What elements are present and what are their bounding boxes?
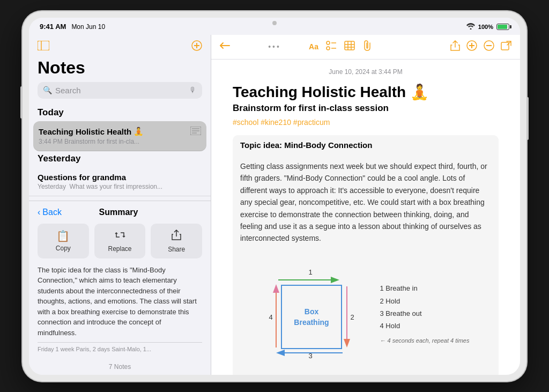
action-buttons: 📋 Copy [38, 224, 202, 258]
breathing-note: ← 4 seconds each, repeat 4 times [380, 336, 470, 346]
breathing-diagram: 1 2 3 [233, 258, 499, 370]
summary-text: The topic idea for the class is "Mind-Bo… [38, 265, 202, 338]
share-toolbar-icon[interactable] [450, 40, 460, 54]
search-placeholder: Search [55, 86, 186, 95]
svg-point-0 [470, 28, 471, 29]
table-icon[interactable] [344, 41, 355, 53]
sidebar-toggle-icon[interactable] [38, 41, 49, 53]
svg-rect-14 [345, 41, 354, 50]
note-body-paragraph: Getting class assignments next week but … [233, 160, 499, 250]
chevron-left-icon: ‹ [38, 208, 40, 217]
share-button[interactable]: Share [151, 224, 202, 258]
summary-nav: ‹ Back Summary [38, 208, 202, 217]
svg-point-11 [327, 47, 330, 50]
summary-panel: ‹ Back Summary 📋 Copy [29, 201, 211, 359]
step-2: 2 Hold [380, 295, 470, 307]
battery-percent: 100% [478, 24, 493, 30]
minus-circle-icon[interactable] [484, 40, 494, 54]
svg-text:1: 1 [308, 268, 312, 276]
svg-text:2: 2 [350, 313, 354, 321]
notes-title: Notes [29, 58, 211, 82]
note-meta-teaching: 3:44 PM Brainstorm for first in-cla... [39, 138, 201, 145]
back-button[interactable]: ‹ Back [38, 208, 62, 217]
step-3: 3 Breathe out [380, 307, 470, 320]
wifi-icon [466, 23, 475, 31]
attachment-icon[interactable] [362, 40, 372, 54]
svg-point-10 [327, 41, 330, 45]
mic-icon: 🎙 [189, 86, 197, 94]
breathing-steps: 1 Breathe in 2 Hold 3 Breathe out 4 Hold… [380, 282, 470, 346]
svg-rect-24 [501, 42, 509, 50]
external-link-icon[interactable] [501, 41, 511, 53]
detail-content[interactable]: June 10, 2024 at 3:44 PM Teaching Holist… [211, 60, 520, 375]
search-bar[interactable]: 🔍 Search 🎙 [38, 82, 202, 99]
camera-dot [272, 21, 277, 25]
note-date: June 10, 2024 at 3:44 PM [233, 68, 499, 76]
note-item-grandma[interactable]: Questions for grandma Yesterday What was… [29, 167, 211, 196]
svg-text:4: 4 [269, 313, 272, 321]
add-circle-icon[interactable] [466, 40, 477, 54]
ipad-frame: 9:41 AM Mon Jun 10 100% [23, 11, 526, 381]
replace-icon [114, 230, 126, 243]
svg-text:Box: Box [304, 307, 318, 316]
compose-icon[interactable] [191, 40, 202, 54]
note-title-teaching: Teaching Holistic Health 🧘 [39, 127, 201, 137]
back-arrow-icon[interactable] [220, 41, 231, 53]
copy-button[interactable]: 📋 Copy [38, 224, 89, 258]
replace-label: Replace [108, 245, 131, 253]
svg-text:Breathing: Breathing [294, 318, 329, 327]
share-label: Share [168, 246, 185, 253]
note-title-grandma: Questions for grandma [38, 173, 202, 182]
main-content: Notes 🔍 Search 🎙 Today Teaching Holistic… [29, 35, 520, 375]
format-text-icon[interactable]: Aa [309, 42, 318, 51]
svg-rect-1 [38, 41, 49, 50]
step-4: 4 Hold [380, 320, 470, 332]
toolbar-dots: ••• [268, 42, 281, 51]
note-main-title: Teaching Holistic Health 🧘 [233, 83, 499, 101]
copy-label: Copy [56, 245, 71, 252]
note-item-teaching-holistic[interactable]: Teaching Holistic Health 🧘 3: [33, 121, 206, 151]
svg-rect-33 [281, 285, 342, 349]
summary-footer: Friday 1 week Paris, 2 days Saint-Malo, … [38, 342, 202, 352]
note-tags: #school #kine210 #practicum [233, 118, 499, 127]
checklist-icon[interactable] [326, 41, 337, 53]
section-today: Today [29, 105, 211, 121]
search-icon: 🔍 [43, 86, 52, 94]
note-subtitle: Brainstorm for first in-class session [233, 103, 499, 114]
status-time: 9:41 AM [40, 23, 66, 31]
status-date: Mon Jun 10 [71, 23, 105, 31]
note-lines-icon [190, 127, 201, 137]
share-icon [171, 229, 182, 243]
sidebar: Notes 🔍 Search 🎙 Today Teaching Holistic… [29, 35, 211, 375]
box-breathing-svg: 1 2 3 [262, 266, 369, 363]
step-1: 1 Breathe in [380, 282, 470, 294]
status-bar: 9:41 AM Mon Jun 10 100% [29, 18, 520, 35]
sidebar-toolbar [29, 35, 211, 58]
note-section-title: Topic idea: Mind-Body Connection [233, 135, 499, 155]
copy-icon: 📋 [56, 230, 70, 242]
section-yesterday: Yesterday [29, 151, 211, 167]
battery-icon [496, 24, 509, 30]
ipad-screen: 9:41 AM Mon Jun 10 100% [29, 18, 520, 375]
note-meta-grandma: Yesterday What was your first impression… [38, 183, 202, 190]
detail-toolbar: ••• Aa [211, 35, 520, 60]
notes-count: 7 Notes [29, 359, 211, 375]
note-detail: ••• Aa [211, 35, 520, 375]
replace-button[interactable]: Replace [94, 224, 146, 258]
summary-title: Summary [99, 208, 138, 217]
